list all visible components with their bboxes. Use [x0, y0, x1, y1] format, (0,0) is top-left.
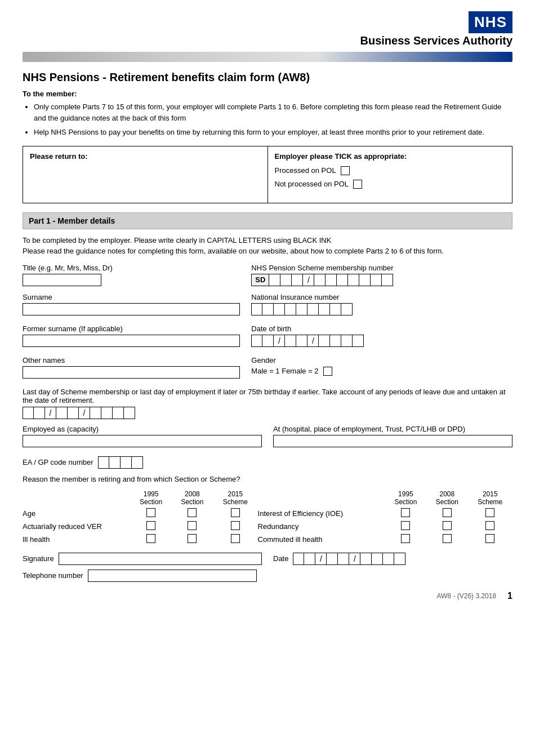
ld-y3[interactable]: [113, 407, 124, 419]
telephone-input[interactable]: [88, 570, 257, 582]
ea-cell-1[interactable]: [98, 456, 109, 469]
ld-y1[interactable]: [90, 407, 101, 419]
ni-cell-2[interactable]: [262, 303, 274, 315]
ni-cell-1[interactable]: [251, 303, 262, 315]
sig-y2[interactable]: [372, 553, 383, 565]
reason-right-3-label: Commuted ill health: [258, 533, 385, 546]
ver-1995-checkbox[interactable]: [146, 521, 155, 530]
ver-2008-checkbox[interactable]: [188, 521, 197, 530]
age-1995-checkbox[interactable]: [146, 508, 155, 517]
membership-cell-7[interactable]: [348, 274, 359, 286]
dob-m1[interactable]: [285, 335, 296, 347]
sig-d2[interactable]: [304, 553, 315, 565]
membership-cell-4[interactable]: [314, 274, 326, 286]
surname-ni-row: Surname National Insurance number: [23, 293, 512, 320]
membership-cell-9[interactable]: [371, 274, 382, 286]
ni-cell-6[interactable]: [307, 303, 319, 315]
ea-cell-4[interactable]: [132, 456, 143, 469]
surname-col: Surname: [23, 293, 240, 320]
reason-row-2: Actuarially reduced VER Redundancy: [23, 520, 512, 533]
membership-cell-10[interactable]: [382, 274, 393, 286]
age-2015-checkbox[interactable]: [231, 508, 240, 517]
redundancy-2015-checkbox[interactable]: [485, 521, 494, 530]
bullet-2: Help NHS Pensions to pay your benefits o…: [34, 127, 512, 138]
sig-m2[interactable]: [338, 553, 349, 565]
membership-cell-2[interactable]: [280, 274, 292, 286]
sig-y1[interactable]: [360, 553, 372, 565]
date-col: Date / /: [273, 553, 512, 565]
dob-y1[interactable]: [319, 335, 330, 347]
dob-y4[interactable]: [353, 335, 364, 347]
membership-cell-5[interactable]: [326, 274, 337, 286]
ni-col: National Insurance number: [251, 293, 512, 320]
ni-cell-7[interactable]: [319, 303, 330, 315]
reason-row-1: Age Interest of Efficiency (IOE): [23, 507, 512, 520]
left-2008-header: 2008 Section: [172, 489, 213, 507]
dob-label: Date of birth: [251, 324, 512, 333]
surname-input[interactable]: [23, 303, 240, 315]
sig-y4[interactable]: [394, 553, 405, 565]
ld-d2[interactable]: [34, 407, 45, 419]
ld-y2[interactable]: [101, 407, 113, 419]
return-employer-boxes: Please return to: Employer please TICK a…: [23, 146, 512, 203]
illhealth-2008-checkbox[interactable]: [188, 534, 197, 543]
dob-d2[interactable]: [262, 335, 274, 347]
illhealth-2015-checkbox[interactable]: [231, 534, 240, 543]
age-2008-checkbox[interactable]: [188, 508, 197, 517]
signature-label: Signature: [23, 554, 54, 563]
ni-cell-9[interactable]: [341, 303, 353, 315]
membership-cell-1[interactable]: [269, 274, 280, 286]
ld-m1[interactable]: [56, 407, 68, 419]
commuted-2008-checkbox[interactable]: [443, 534, 452, 543]
employed-col: Employed as (capacity): [23, 425, 262, 452]
commuted-2015-checkbox[interactable]: [485, 534, 494, 543]
redundancy-2008-checkbox[interactable]: [443, 521, 452, 530]
gender-row: Male = 1 Female = 2: [251, 367, 512, 376]
at-hospital-label: At (hospital, place of employment, Trust…: [273, 425, 512, 433]
sig-slash-2: /: [349, 553, 360, 565]
processed-pol-label: Processed on POL: [275, 166, 336, 175]
former-surname-label: Former surname (If applicable): [23, 324, 240, 333]
gender-checkbox[interactable]: [323, 367, 332, 376]
processed-pol-checkbox[interactable]: [341, 166, 350, 175]
employed-input[interactable]: [23, 435, 262, 447]
membership-number-row: SD /: [251, 274, 512, 286]
nhs-logo-box: NHS: [469, 11, 512, 33]
title-input[interactable]: [23, 274, 101, 286]
ni-cell-3[interactable]: [274, 303, 285, 315]
ioe-2008-checkbox[interactable]: [443, 508, 452, 517]
ioe-2015-checkbox[interactable]: [485, 508, 494, 517]
telephone-row: Telephone number: [23, 570, 512, 582]
ld-d1[interactable]: [23, 407, 34, 419]
membership-cell-6[interactable]: [337, 274, 348, 286]
sig-y3[interactable]: [383, 553, 394, 565]
ld-m2[interactable]: [68, 407, 79, 419]
page-title: NHS Pensions - Retirement benefits claim…: [23, 71, 512, 84]
former-surname-input[interactable]: [23, 335, 240, 347]
membership-col: NHS Pension Scheme membership number SD …: [251, 264, 512, 288]
redundancy-1995-checkbox[interactable]: [401, 521, 410, 530]
not-processed-pol-checkbox[interactable]: [353, 180, 362, 189]
dob-m2[interactable]: [296, 335, 307, 347]
membership-cell-3[interactable]: [292, 274, 303, 286]
ld-y4[interactable]: [124, 407, 135, 419]
commuted-1995-checkbox[interactable]: [401, 534, 410, 543]
sig-d1[interactable]: [293, 553, 304, 565]
other-names-input[interactable]: [23, 366, 240, 379]
ni-cell-4[interactable]: [285, 303, 296, 315]
dob-d1[interactable]: [251, 335, 262, 347]
ioe-1995-checkbox[interactable]: [401, 508, 410, 517]
signature-input[interactable]: [59, 553, 262, 565]
ver-2015-checkbox[interactable]: [231, 521, 240, 530]
return-box: Please return to:: [23, 146, 268, 203]
sig-m1[interactable]: [327, 553, 338, 565]
ni-cell-8[interactable]: [330, 303, 341, 315]
membership-cell-8[interactable]: [359, 274, 371, 286]
illhealth-1995-checkbox[interactable]: [146, 534, 155, 543]
at-hospital-input[interactable]: [273, 435, 512, 447]
dob-y3[interactable]: [341, 335, 353, 347]
ni-cell-5[interactable]: [296, 303, 307, 315]
ea-cell-2[interactable]: [109, 456, 121, 469]
dob-y2[interactable]: [330, 335, 341, 347]
ea-cell-3[interactable]: [121, 456, 132, 469]
